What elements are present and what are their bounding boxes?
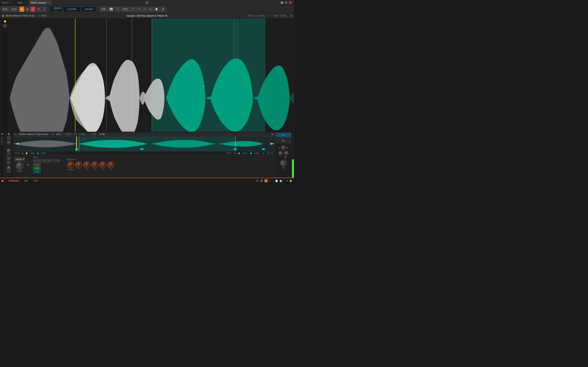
play-text-btn[interactable]: PLAY: [10, 7, 18, 12]
speed-label: Speed: [17, 170, 22, 172]
close-btn[interactable]: ×: [289, 1, 292, 4]
record-btn[interactable]: ●: [30, 7, 35, 12]
b-play-icon[interactable]: ▶: [22, 152, 24, 154]
fx-btn[interactable]: FX: [276, 138, 291, 143]
offset-btn-3[interactable]: ∧: [42, 159, 46, 162]
waveform-mode-btn[interactable]: ≋: [3, 24, 7, 28]
maximize-btn[interactable]: □: [285, 1, 287, 4]
start-marker[interactable]: [4, 20, 6, 22]
nav-orange-icon[interactable]: [265, 179, 268, 182]
loop-btn[interactable]: ⟳: [36, 7, 41, 12]
loop-mode-btn[interactable]: LOOP: [33, 167, 41, 170]
nav-mix[interactable]: MIX: [23, 179, 30, 183]
repitch-label: Repitch: [16, 158, 22, 160]
undo-btn[interactable]: ↩: [130, 7, 135, 12]
offset-btn-4[interactable]: ⊓: [47, 159, 51, 162]
speed-knob[interactable]: [15, 161, 25, 171]
sampler-label: SAMPLER: [1, 137, 3, 145]
settings-icon[interactable]: ⚙: [27, 163, 29, 166]
speed-knob-container: Speed: [16, 162, 24, 172]
tab-new2[interactable]: New 2* ×: [0, 0, 15, 5]
add-track-btn[interactable]: +: [42, 7, 46, 12]
tab-new2-close[interactable]: ×: [10, 1, 13, 4]
play2-btn[interactable]: ▷: [115, 7, 121, 12]
sustain-knob[interactable]: [99, 161, 106, 168]
pan-knob[interactable]: [284, 150, 289, 156]
spk-label: 🔊: [285, 156, 286, 158]
mixer-area: L R ? 🔊 Out: [275, 144, 292, 170]
decay-knob[interactable]: [91, 161, 98, 168]
offset-btn-1[interactable]: ↙: [33, 159, 37, 162]
pitch-knob-container: Pitch: [7, 148, 11, 155]
offset-btn-5[interactable]: ⌒: [51, 159, 55, 162]
ahdsr-arrow[interactable]: ▾: [75, 159, 76, 161]
vol-knob[interactable]: [277, 150, 284, 156]
channel-meter: [292, 132, 294, 178]
tab-bws4-close[interactable]: ×: [47, 1, 50, 4]
nav-bars-icon[interactable]: ≡: [269, 179, 270, 182]
waveform-view-btn[interactable]: ~: [7, 136, 11, 140]
tab-bws4[interactable]: BWS4_Sampler ×: [28, 0, 52, 5]
nav-indicator: [1, 180, 3, 182]
bottom-btn2[interactable]: ≡: [7, 161, 11, 165]
copy-btn[interactable]: ⎘: [148, 7, 153, 12]
bottom-expand-btn[interactable]: ⊞: [272, 133, 273, 135]
note-btn[interactable]: Note: [276, 133, 291, 137]
gain-value: 0.0 dB: [280, 15, 286, 17]
ahdsr-label: AHDSR: [67, 159, 74, 161]
attack-label: A: [78, 169, 79, 171]
minimize-btn[interactable]: −: [281, 1, 283, 4]
play-mode-btn[interactable]: PLAY: [33, 163, 41, 166]
hold-knob[interactable]: [83, 161, 90, 168]
add-btn[interactable]: ADD: [100, 7, 107, 12]
pattern-view-btn[interactable]: ⊞: [7, 140, 11, 144]
nav-chain-icon[interactable]: ⛓: [256, 179, 259, 182]
expand-btn[interactable]: ⊞: [290, 15, 292, 17]
paste2-btn[interactable]: ⊞: [160, 7, 165, 12]
attack-knob[interactable]: [75, 161, 82, 168]
glide-knob[interactable]: [7, 166, 11, 170]
bottom-view-btns: ⊕ ≡: [7, 156, 11, 165]
bottom-btn1[interactable]: ⊕: [7, 156, 11, 160]
release-knob[interactable]: [107, 161, 114, 168]
b-play-pos: 1.68 s: [30, 152, 35, 154]
repitch-dropdown[interactable]: Repitch ▾: [15, 158, 25, 161]
nav-arrange[interactable]: ARRANGE: [7, 179, 21, 183]
redo-btn[interactable]: ↪: [136, 7, 141, 12]
bpm-display[interactable]: ⬚ 110.00 4/4: [50, 7, 62, 12]
stop-btn[interactable]: ■: [25, 7, 30, 12]
right-channel-btn[interactable]: →: [5, 29, 7, 31]
edit-btn[interactable]: EDIT: [121, 7, 130, 12]
mini-waveform[interactable]: ◀ ▶: [14, 137, 275, 151]
play-btn[interactable]: ▶: [19, 7, 24, 12]
paste-btn[interactable]: 📋: [154, 7, 160, 12]
freq-knob[interactable]: [67, 161, 75, 169]
nav-settings-icon[interactable]: ⚙: [286, 180, 288, 182]
offsets-label: Offsets: [33, 156, 64, 158]
pitch-knob[interactable]: [6, 148, 12, 154]
file-btn[interactable]: FILE: [1, 7, 9, 12]
offset-btn-6[interactable]: ⊔: [56, 159, 60, 162]
lr-knob[interactable]: [281, 145, 285, 150]
sampler-power[interactable]: [1, 133, 3, 135]
tab-mpe[interactable]: MPE ×: [15, 0, 28, 5]
offset-btn-2[interactable]: ∩: [37, 159, 42, 162]
nav-export-icon[interactable]: ⤴: [284, 180, 285, 182]
tab-mpe-close[interactable]: ×: [23, 1, 26, 4]
power-indicator[interactable]: [2, 15, 4, 17]
nav-save-icon[interactable]: 💾: [279, 180, 282, 182]
sustain-group: S: [99, 161, 106, 171]
bottom-zoom-icon: ⊞: [52, 133, 54, 135]
green-arrow[interactable]: →: [61, 159, 64, 162]
bottom-zoom: 100 %: [56, 133, 61, 135]
meter-btn[interactable]: ▊▊: [108, 7, 115, 12]
cut-btn[interactable]: ✂: [142, 7, 147, 12]
nav-link-icon[interactable]: 🔗: [260, 179, 263, 182]
out-knob[interactable]: [279, 158, 288, 168]
len-mode-btn[interactable]: LEN: [33, 170, 41, 173]
nav-file-icon[interactable]: 📄: [275, 180, 278, 182]
left-channel-btn[interactable]: ←: [3, 29, 5, 31]
svg-rect-6: [75, 148, 78, 150]
nav-edit[interactable]: EDIT: [32, 179, 40, 183]
position-display[interactable]: 1.2.3.33: [63, 7, 80, 12]
